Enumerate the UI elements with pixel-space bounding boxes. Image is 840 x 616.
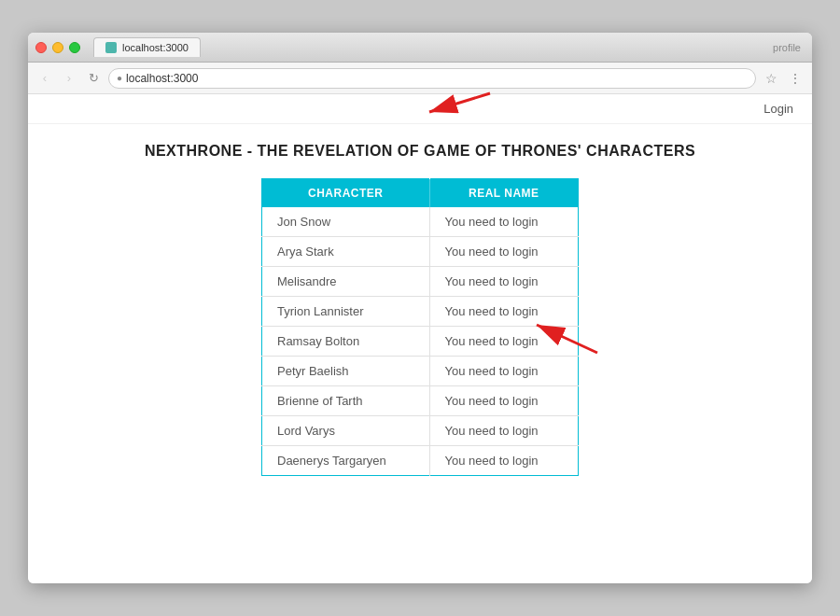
real-name-value: You need to login xyxy=(429,267,578,297)
character-name: Ramsay Bolton xyxy=(262,327,430,357)
login-link[interactable]: Login xyxy=(763,102,793,116)
real-name-value: You need to login xyxy=(429,207,578,237)
nav-bar: ‹ › ↻ ● localhost:3000 ☆ ⋮ xyxy=(28,63,812,94)
real-name-value: You need to login xyxy=(429,357,578,386)
tab-title: localhost:3000 xyxy=(122,42,189,53)
main-content: NEXTHRONE - THE REVELATION OF GAME OF TH… xyxy=(28,124,812,495)
character-name: Daenerys Targaryen xyxy=(262,446,430,476)
browser-tab[interactable]: localhost:3000 xyxy=(93,37,201,57)
real-name-value: You need to login xyxy=(429,446,578,476)
table-row: Lord VarysYou need to login xyxy=(262,416,579,446)
table-header: CHARACTER REAL NAME xyxy=(262,179,579,208)
real-name-value: You need to login xyxy=(429,416,578,446)
character-name: Melisandre xyxy=(262,267,430,297)
table-row: Arya StarkYou need to login xyxy=(262,237,579,267)
bookmark-button[interactable]: ☆ xyxy=(762,69,780,88)
real-name-value: You need to login xyxy=(429,386,578,416)
tab-favicon xyxy=(105,42,117,53)
character-name: Brienne of Tarth xyxy=(262,386,430,416)
character-column-header: CHARACTER xyxy=(262,179,430,208)
nav-actions: ☆ ⋮ xyxy=(762,69,805,88)
page-content: Login NEXTHRONE - THE REVELATION OF GAME… xyxy=(28,94,812,583)
characters-table: CHARACTER REAL NAME Jon SnowYou need to … xyxy=(261,178,579,476)
back-button[interactable]: ‹ xyxy=(35,69,54,88)
character-name: Arya Stark xyxy=(262,237,430,267)
menu-button[interactable]: ⋮ xyxy=(786,69,805,88)
close-button[interactable] xyxy=(35,42,47,53)
real-name-value: You need to login xyxy=(429,297,578,327)
table-row: Jon SnowYou need to login xyxy=(262,207,579,237)
app-nav: Login xyxy=(28,94,812,124)
table-body: Jon SnowYou need to loginArya StarkYou n… xyxy=(262,207,579,476)
character-name: Petyr Baelish xyxy=(262,357,430,386)
table-row: Tyrion LannisterYou need to login xyxy=(262,297,579,327)
minimize-button[interactable] xyxy=(52,42,63,53)
table-row: Ramsay BoltonYou need to login xyxy=(262,327,579,357)
table-row: Brienne of TarthYou need to login xyxy=(262,386,579,416)
location-icon: ● xyxy=(117,73,122,83)
character-name: Lord Varys xyxy=(262,416,430,446)
real-name-value: You need to login xyxy=(429,327,578,357)
url-bar[interactable]: ● localhost:3000 xyxy=(108,68,756,89)
table-row: MelisandreYou need to login xyxy=(262,267,579,297)
title-bar: localhost:3000 profile xyxy=(28,33,812,63)
forward-button[interactable]: › xyxy=(60,69,78,88)
profile-icon: profile xyxy=(773,42,801,53)
page-title: NEXTHRONE - THE REVELATION OF GAME OF TH… xyxy=(145,143,695,160)
table-row: Daenerys TargaryenYou need to login xyxy=(262,446,579,476)
real-name-column-header: REAL NAME xyxy=(429,179,578,208)
maximize-button[interactable] xyxy=(69,42,80,53)
real-name-value: You need to login xyxy=(429,237,578,267)
refresh-button[interactable]: ↻ xyxy=(84,69,103,88)
url-text: localhost:3000 xyxy=(126,72,198,85)
character-name: Jon Snow xyxy=(262,207,430,237)
table-row: Petyr BaelishYou need to login xyxy=(262,357,579,386)
tab-area: localhost:3000 xyxy=(93,37,767,57)
character-name: Tyrion Lannister xyxy=(262,297,430,327)
